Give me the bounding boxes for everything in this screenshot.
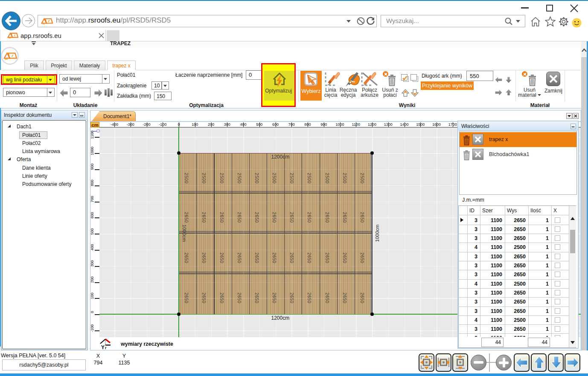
svg-text:r: r xyxy=(105,346,107,350)
svg-text:Y: Y xyxy=(101,344,105,350)
